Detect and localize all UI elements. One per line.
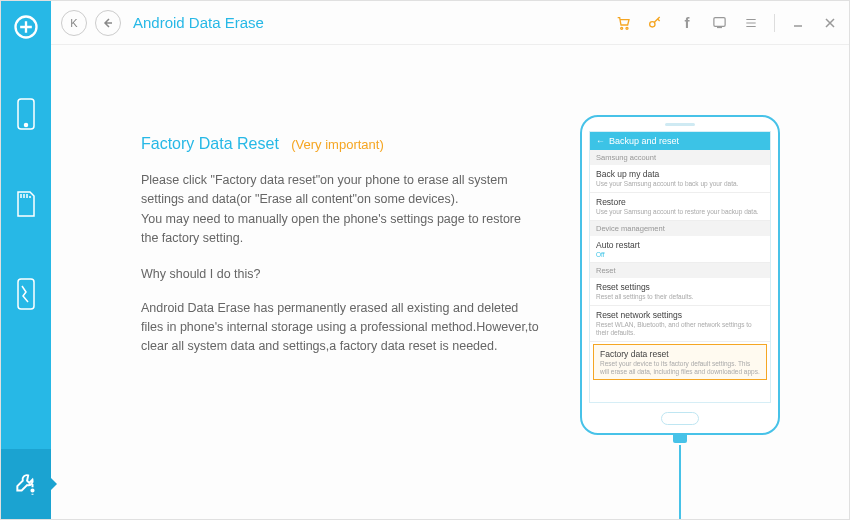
svg-point-6 <box>626 27 628 29</box>
phone-settings-item: Factory data resetReset your device to i… <box>593 344 767 381</box>
back-icon <box>103 18 113 28</box>
svg-point-5 <box>621 27 623 29</box>
page-heading: Factory Data Reset <box>141 135 279 152</box>
phone-illustration-column: ← Backup and reset Samsung accountBack u… <box>541 115 819 499</box>
content: Factory Data Reset (Very important) Plea… <box>51 45 849 519</box>
app-logo <box>1 5 51 49</box>
close-icon <box>824 17 836 29</box>
instruction-column: Factory Data Reset (Very important) Plea… <box>141 135 541 499</box>
phone-item-title: Reset settings <box>596 282 764 292</box>
phone-item-subtitle: Reset your device to its factory default… <box>600 360 760 376</box>
sidebar-item-sdcard[interactable] <box>1 159 51 249</box>
facebook-button[interactable]: f <box>678 14 696 32</box>
svg-rect-8 <box>713 18 724 27</box>
phone-settings-list: Samsung accountBack up my dataUse your S… <box>590 150 770 383</box>
phone-settings-item: RestoreUse your Samsung account to resto… <box>590 193 770 221</box>
back-button[interactable] <box>95 10 121 36</box>
phone-item-subtitle: Reset all settings to their defaults. <box>596 293 764 301</box>
phone-item-title: Auto restart <box>596 240 764 250</box>
key-icon <box>647 15 663 31</box>
phone-home-area <box>582 403 778 433</box>
titlebar: K Android Data Erase f <box>51 1 849 45</box>
home-button-oval <box>661 412 699 425</box>
phone-item-subtitle: Off <box>596 251 764 259</box>
menu-button[interactable] <box>742 14 760 32</box>
phone-settings-item: Reset settingsReset all settings to thei… <box>590 278 770 306</box>
cart-button[interactable] <box>614 14 632 32</box>
phone-section-header: Reset <box>590 263 770 278</box>
minimize-icon <box>792 17 804 29</box>
phone-item-title: Factory data reset <box>600 349 760 359</box>
heading-note: (Very important) <box>291 137 383 152</box>
key-button[interactable] <box>646 14 664 32</box>
phone-screen: ← Backup and reset Samsung accountBack u… <box>589 131 771 403</box>
home-button[interactable]: K <box>61 10 87 36</box>
phone-screen-header: ← Backup and reset <box>590 132 770 150</box>
phone-section-header: Device management <box>590 221 770 236</box>
instruction-question: Why should I do this? <box>141 267 541 281</box>
phone-item-subtitle: Use your Samsung account to restore your… <box>596 208 764 216</box>
phone-item-title: Reset network settings <box>596 310 764 320</box>
back-arrow-icon: ← <box>596 136 605 146</box>
app-title: Android Data Erase <box>133 14 264 31</box>
phone-settings-item: Back up my dataUse your Samsung account … <box>590 165 770 193</box>
phone-device: ← Backup and reset Samsung accountBack u… <box>580 115 780 435</box>
phone-screen-title: Backup and reset <box>609 136 679 146</box>
svg-point-2 <box>25 124 28 127</box>
sidebar-item-tools[interactable] <box>1 449 51 519</box>
feedback-button[interactable] <box>710 14 728 32</box>
instruction-paragraph-2: Android Data Erase has permanently erase… <box>141 299 541 357</box>
svg-rect-3 <box>18 279 34 309</box>
phone-section-header: Samsung account <box>590 150 770 165</box>
sidebar-item-broken-phone[interactable] <box>1 249 51 339</box>
close-button[interactable] <box>821 14 839 32</box>
phone-item-title: Restore <box>596 197 764 207</box>
sidebar-item-phone[interactable] <box>1 69 51 159</box>
phone-settings-item: Auto restartOff <box>590 236 770 264</box>
phone-speaker-area <box>582 117 778 131</box>
usb-plug <box>673 433 687 443</box>
menu-icon <box>744 16 758 30</box>
app-window: K Android Data Erase f <box>0 0 850 520</box>
phone-item-subtitle: Reset WLAN, Bluetooth, and other network… <box>596 321 764 337</box>
cart-icon <box>615 15 631 31</box>
facebook-icon: f <box>685 14 690 31</box>
instruction-paragraph-1: Please click "Factory data reset"on your… <box>141 171 541 249</box>
usb-cable <box>679 445 681 520</box>
feedback-icon <box>712 15 727 30</box>
phone-settings-item: Reset network settingsReset WLAN, Blueto… <box>590 306 770 342</box>
svg-point-4 <box>31 489 33 491</box>
sidebar <box>1 1 51 519</box>
svg-point-7 <box>650 21 655 26</box>
minimize-button[interactable] <box>789 14 807 32</box>
phone-item-subtitle: Use your Samsung account to back up your… <box>596 180 764 188</box>
home-icon: K <box>70 17 77 29</box>
phone-item-title: Back up my data <box>596 169 764 179</box>
